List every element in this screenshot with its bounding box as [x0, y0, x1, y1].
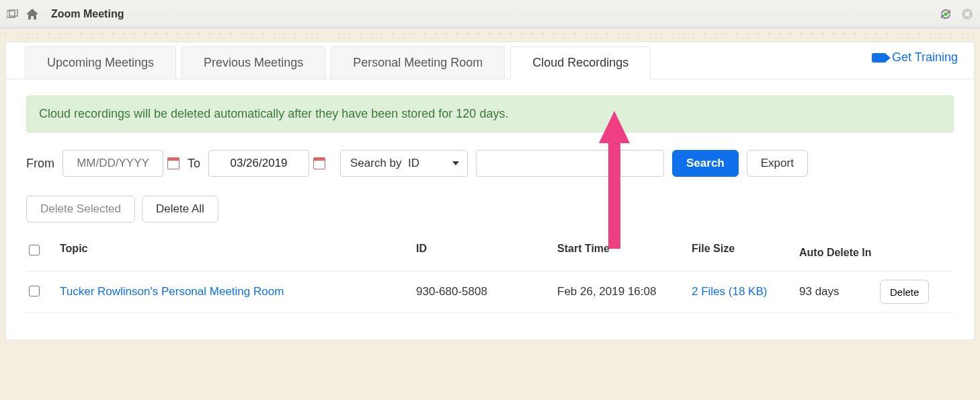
search-by-select[interactable]: Search by ID — [340, 150, 468, 177]
search-input[interactable] — [476, 150, 664, 177]
info-banner: Cloud recordings will be deleted automat… — [26, 95, 954, 132]
to-date-input[interactable] — [208, 150, 309, 177]
calendar-icon[interactable] — [313, 157, 325, 169]
row-id: 930-680-5808 — [416, 285, 557, 298]
hdr-file-size: File Size — [692, 243, 799, 255]
delete-all-button[interactable]: Delete All — [142, 196, 218, 223]
window-tabs-icon[interactable] — [7, 9, 19, 19]
window-chrome: Zoom Meeting — [0, 0, 980, 28]
from-label: From — [26, 157, 54, 171]
close-icon[interactable] — [961, 8, 973, 20]
row-auto-delete: 93 days — [799, 285, 880, 298]
bulk-toolbar: Delete Selected Delete All — [26, 196, 954, 223]
search-by-value: ID — [408, 157, 419, 170]
calendar-icon[interactable] — [167, 157, 179, 169]
topic-link[interactable]: Tucker Rowlinson's Personal Meeting Room — [60, 285, 416, 298]
recordings-table: Topic ID Start Time File Size Auto Delet… — [26, 235, 954, 313]
decorative-strip — [0, 28, 980, 35]
filter-toolbar: From To Search by ID Search — [26, 150, 954, 177]
hdr-id: ID — [416, 243, 557, 255]
row-start-time: Feb 26, 2019 16:08 — [557, 285, 692, 298]
svg-point-2 — [944, 12, 948, 15]
delete-selected-button[interactable]: Delete Selected — [26, 196, 135, 223]
hdr-auto-delete: Auto Delete In — [799, 243, 880, 263]
tab-upcoming[interactable]: Upcoming Meetings — [25, 46, 176, 79]
get-training-label: Get Training — [892, 50, 958, 65]
select-all-checkbox[interactable] — [29, 245, 40, 255]
refresh-icon[interactable] — [938, 8, 953, 20]
table-header: Topic ID Start Time File Size Auto Delet… — [26, 235, 954, 272]
export-button[interactable]: Export — [747, 150, 808, 177]
hdr-topic: Topic — [60, 243, 416, 255]
chevron-down-icon — [452, 161, 459, 165]
to-label: To — [188, 157, 200, 171]
home-icon[interactable] — [26, 8, 39, 20]
hdr-start-time: Start Time — [557, 243, 692, 255]
main-card: Upcoming Meetings Previous Meetings Pers… — [5, 42, 975, 340]
file-size-link[interactable]: 2 Files (18 KB) — [692, 285, 799, 298]
row-checkbox[interactable] — [29, 286, 40, 296]
table-row: Tucker Rowlinson's Personal Meeting Room… — [26, 272, 954, 313]
get-training-link[interactable]: Get Training — [872, 50, 958, 65]
tab-cloud-recordings[interactable]: Cloud Recordings — [510, 46, 651, 79]
delete-button[interactable]: Delete — [880, 280, 929, 304]
tab-personal[interactable]: Personal Meeting Room — [331, 46, 505, 79]
video-icon — [872, 53, 887, 63]
window-title: Zoom Meeting — [51, 8, 124, 20]
tab-row: Upcoming Meetings Previous Meetings Pers… — [6, 42, 974, 79]
search-button[interactable]: Search — [672, 150, 739, 177]
from-date-input[interactable] — [63, 150, 163, 177]
tab-previous[interactable]: Previous Meetings — [181, 46, 325, 79]
search-by-label: Search by — [350, 157, 402, 170]
